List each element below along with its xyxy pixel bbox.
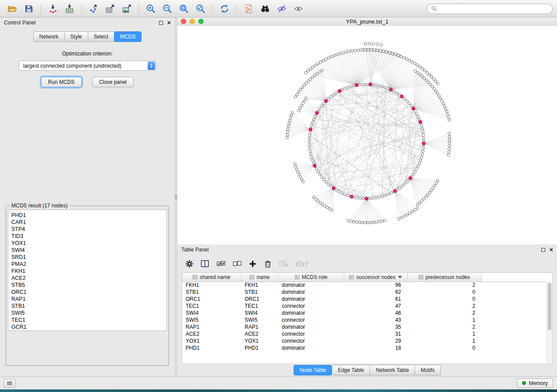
hide-selected-button[interactable] [274,2,290,16]
close-window-icon[interactable] [181,19,186,24]
float-panel-icon[interactable] [159,21,163,25]
mcds-result-item[interactable]: TID3 [11,233,166,240]
tab-mcds[interactable]: MCDS [114,31,142,42]
tab-network[interactable]: Network [33,31,65,42]
criterion-select[interactable]: largest connected component (undirected)… [19,61,156,71]
maximize-window-icon[interactable] [198,19,204,24]
export-image-button[interactable] [119,2,135,16]
memory-label: Memory [529,380,548,386]
mcds-result-list[interactable]: PHD1CAR1STP4TID3YOX1SWI4SRD1PMA2FKH1ACE2… [8,210,167,331]
eye-icon [293,4,304,14]
table-row[interactable]: PHD1PHD1dominator180 [182,344,547,351]
node-table-region: shared name name [182,272,553,364]
mcds-result-item[interactable]: ACE2 [11,275,166,282]
search-input[interactable] [439,6,548,12]
column-header-name[interactable]: name [241,273,278,282]
export-network-button[interactable] [86,2,101,16]
column-menu-icon [295,275,300,279]
column-header-successor-nodes[interactable]: successor nodes [344,273,407,282]
deselect-all-columns-button[interactable] [233,260,242,267]
mcds-result-item[interactable]: STB5 [11,282,166,289]
network-titlebar[interactable]: YPA_prune.txt_1 [177,17,557,26]
mcds-result-item[interactable]: STB1 [11,303,166,309]
mcds-result-item[interactable]: ORC1 [11,289,166,296]
table-row[interactable]: ACE2ACE2connector311 [182,330,547,337]
table-row[interactable]: YOX1YOX1connector291 [182,337,547,344]
tab-style[interactable]: Style [65,31,88,42]
mcds-result-item[interactable]: TEC1 [11,316,166,323]
mcds-result-item[interactable]: PHD1 [11,212,166,219]
gear-icon [185,260,194,268]
select-stepper-icon: ▲▼ [148,62,155,70]
search-network-button[interactable] [257,2,273,16]
import-table-button[interactable] [62,2,77,16]
column-menu-icon [249,275,254,279]
mcds-result-item[interactable]: RAP1 [11,296,166,303]
table-settings-button[interactable] [185,260,194,268]
show-panels-button[interactable] [4,379,15,388]
import-network-button[interactable] [45,2,61,16]
unchecked-boxes-icon [233,260,242,267]
minimize-window-icon[interactable] [190,19,195,24]
tab-select[interactable]: Select [88,31,114,42]
zoom-in-button[interactable] [143,2,159,16]
table-row[interactable]: STB1STB1dominator620 [182,289,547,296]
mcds-result-item[interactable]: SWI5 [11,309,166,316]
mcds-result-item[interactable]: SRD1 [11,254,166,261]
mcds-result-item[interactable]: STP4 [11,226,166,233]
table-row[interactable]: FKH1FKH1dominator962 [182,282,547,289]
memory-button[interactable]: Memory [517,378,553,388]
table-scrollbar[interactable] [547,282,552,364]
column-header-mcds-role[interactable]: MCDS role [278,273,344,282]
table-row[interactable]: TEC1TEC1connector472 [182,303,547,309]
open-file-button[interactable] [4,2,20,16]
close-panel-icon[interactable]: × [550,247,553,252]
table-tabs: Node Table Edge Table Network Table Moti… [177,364,557,376]
column-header-shared-name[interactable]: shared name [182,273,241,282]
tab-motifs[interactable]: Motifs [415,365,441,375]
export-network-icon [89,4,98,14]
function-icon: f(x) [295,260,307,268]
save-button[interactable] [21,2,37,16]
close-panel-button[interactable]: Close panel [92,77,134,87]
network-view[interactable] [177,26,557,244]
main-area: Control Panel × Network Style Select MCD… [0,17,557,376]
mcds-result-item[interactable]: GCR1 [11,323,166,330]
delete-column-button[interactable] [264,260,272,268]
search-box[interactable] [427,3,553,14]
create-column-button[interactable] [249,260,256,268]
select-all-columns-button[interactable] [217,260,225,267]
mcds-result-item[interactable]: FKH1 [11,268,166,275]
zoom-fit-icon [179,3,189,14]
table-row[interactable]: ORC1ORC1dominator610 [182,296,547,303]
table-row[interactable]: SWI4SWI4dominator462 [182,309,547,316]
column-header-predecessor-nodes[interactable]: predecessor nodes [407,273,481,282]
run-mcds-button[interactable]: Run MCDS [41,77,82,87]
control-panel-title: Control Panel [4,20,36,26]
show-columns-button[interactable] [201,260,209,268]
share-document-button[interactable] [241,2,256,16]
application-window: Control Panel × Network Style Select MCD… [0,0,557,392]
zoom-selected-button[interactable] [193,2,208,16]
tab-network-table[interactable]: Network Table [370,365,415,375]
export-table-button[interactable] [102,2,118,16]
close-panel-icon[interactable]: × [167,20,171,25]
mcds-result-item[interactable]: CAR1 [11,219,166,226]
float-panel-icon[interactable] [541,248,545,252]
mcds-result-item[interactable]: YOX1 [11,240,166,247]
tab-node-table[interactable]: Node Table [294,365,332,375]
table-row[interactable]: SWI5SWI5connector431 [182,316,547,323]
trash-icon [264,260,272,268]
main-toolbar [0,0,557,17]
show-all-button[interactable] [291,2,306,16]
zoom-fit-button[interactable] [176,2,192,16]
status-bar: Memory [0,376,557,389]
mcds-result-item[interactable]: PMA2 [11,261,166,268]
memory-status-icon [522,381,526,385]
tab-edge-table[interactable]: Edge Table [332,365,370,375]
mcds-result-item[interactable]: SWI4 [11,247,166,254]
table-scrollbar-thumb[interactable] [548,283,551,330]
table-row[interactable]: RAP1RAP1dominator352 [182,323,547,330]
refresh-button[interactable] [217,2,232,16]
zoom-out-button[interactable] [159,2,175,16]
